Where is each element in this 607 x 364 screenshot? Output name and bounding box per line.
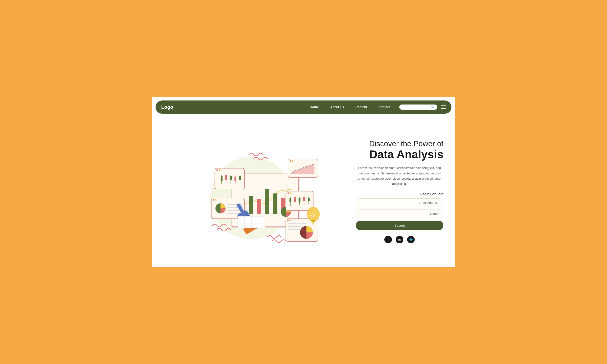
svg-rect-29 xyxy=(239,176,241,180)
nav-about[interactable]: About Us xyxy=(330,105,344,109)
svg-point-31 xyxy=(213,199,214,201)
svg-rect-23 xyxy=(225,175,227,180)
hero-description: Lorem ipsum dolor sit amet, consectetuer… xyxy=(356,165,443,186)
svg-rect-54 xyxy=(288,223,306,224)
logo: Logo xyxy=(161,104,173,110)
twitter-icon[interactable]: 🐦 xyxy=(407,236,415,243)
nav-contact[interactable]: Contact xyxy=(378,105,390,109)
submit-button[interactable]: Submit xyxy=(356,221,443,230)
svg-point-18 xyxy=(216,169,218,171)
hero-title-light: Discover the Power of xyxy=(356,139,443,148)
svg-rect-55 xyxy=(288,226,304,228)
email-input[interactable] xyxy=(356,198,443,207)
nav-links: Home About Us Content Contact xyxy=(310,105,390,109)
name-input[interactable] xyxy=(356,209,443,218)
hero-illustration xyxy=(185,134,322,248)
page-container: Logo Home About Us Content Contact 🔍 xyxy=(152,97,455,267)
login-label: Login For Join xyxy=(356,192,443,196)
svg-rect-37 xyxy=(227,213,239,214)
svg-rect-50 xyxy=(308,198,310,201)
svg-rect-46 xyxy=(299,198,300,202)
svg-rect-42 xyxy=(290,198,291,202)
svg-point-40 xyxy=(290,193,291,194)
svg-rect-48 xyxy=(303,197,305,201)
nav-home[interactable]: Home xyxy=(310,105,319,109)
svg-point-19 xyxy=(219,169,220,171)
svg-rect-25 xyxy=(230,176,232,180)
svg-rect-27 xyxy=(235,177,237,181)
svg-rect-11 xyxy=(273,194,277,214)
hamburger-button[interactable] xyxy=(441,105,446,109)
svg-point-32 xyxy=(215,199,217,201)
instagram-icon[interactable]: ◎ xyxy=(396,236,403,243)
svg-rect-9 xyxy=(257,199,261,214)
main-content: Discover the Power of Data Analysis Lore… xyxy=(152,117,455,267)
svg-rect-21 xyxy=(221,176,223,181)
facebook-icon[interactable]: f xyxy=(384,236,392,243)
svg-rect-59 xyxy=(311,220,315,222)
svg-point-39 xyxy=(287,193,289,194)
svg-rect-8 xyxy=(249,196,253,214)
svg-rect-10 xyxy=(265,189,269,214)
svg-point-52 xyxy=(287,220,289,221)
navbar: Logo Home About Us Content Contact 🔍 xyxy=(156,101,451,114)
nav-content[interactable]: Content xyxy=(356,105,367,109)
search-icon: 🔍 xyxy=(431,105,434,109)
svg-point-16 xyxy=(292,160,293,162)
svg-point-53 xyxy=(290,220,291,221)
search-box: 🔍 xyxy=(399,104,437,110)
svg-rect-44 xyxy=(294,197,296,202)
hero-title-bold: Data Analysis xyxy=(356,148,443,161)
search-input[interactable] xyxy=(402,105,429,109)
right-panel: Discover the Power of Data Analysis Lore… xyxy=(346,122,446,260)
illustration-panel xyxy=(161,122,346,260)
svg-point-15 xyxy=(290,160,291,162)
social-icons: f ◎ 🐦 xyxy=(356,236,443,243)
